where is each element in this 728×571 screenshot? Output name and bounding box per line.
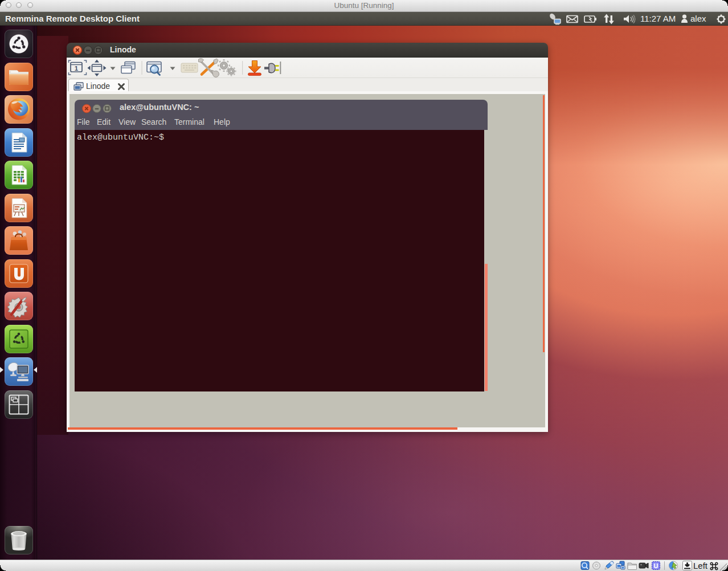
svg-text:1: 1 xyxy=(75,65,79,72)
